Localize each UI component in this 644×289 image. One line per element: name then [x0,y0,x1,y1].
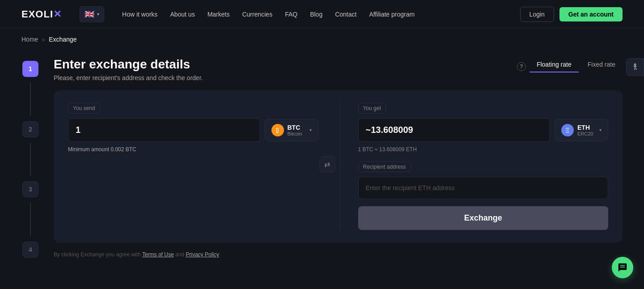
recipient-address-input[interactable] [358,177,609,199]
eth-icon: Ξ [561,124,574,136]
min-amount: Minimum amount 0.002 BTC [68,146,318,153]
nav-affiliate[interactable]: Affiliate program [369,11,415,18]
nav-faq[interactable]: FAQ [285,11,297,18]
privacy-link[interactable]: Privacy Policy [186,251,219,258]
min-amount-value: 0.002 BTC [110,146,136,153]
send-label: You send [68,103,100,114]
step-line-1 [30,82,31,116]
exchange-box: You send ₿ BTC Bitcoin ▾ Minimum amount … [54,90,623,242]
accessibility-icon[interactable] [626,58,644,76]
get-currency-select[interactable]: Ξ ETH ERC20 ▾ [555,119,608,141]
step-line-3 [30,203,31,236]
send-currency-row: ₿ BTC Bitcoin ▾ [68,118,318,142]
min-amount-label: Minimum amount [68,146,109,153]
terms-link[interactable]: Terms of Use [142,251,174,258]
swap-button[interactable]: ⇄ [319,156,335,172]
login-button[interactable]: Login [520,7,554,22]
exchange-section: Enter exchange details Please, enter rec… [54,57,623,258]
breadcrumb-home[interactable]: Home [21,36,38,43]
chevron-down-icon: ▾ [97,12,99,17]
navbar-right: Login Get an account [520,7,623,22]
nav-about-us[interactable]: About us [170,11,195,18]
get-currency-symbol: ETH [577,124,596,131]
nav-contact[interactable]: Contact [335,11,356,18]
main-content: 1 2 3 4 Enter exchange details Please, e… [0,47,644,272]
language-selector[interactable]: 🇬🇧 ▾ [80,6,104,22]
breadcrumb: Home » Exchange [0,29,644,47]
send-currency-select[interactable]: ₿ BTC Bitcoin ▾ [265,119,318,141]
nav-blog[interactable]: Blog [310,11,322,18]
recipient-section: Recipient address [358,162,609,199]
help-icon[interactable]: ? [517,62,526,71]
btc-icon: ₿ [271,124,284,136]
panel-divider [340,103,340,230]
rate-info: 1 BTC ≈ 13.608009 ETH [358,146,609,153]
navbar-left: EXOLI✕ 🇬🇧 ▾ How it works About us Market… [21,6,415,22]
rate-tabs-wrapper: ? Floating rate Fixed rate [517,57,623,72]
rate-tabs: Floating rate Fixed rate [530,57,623,72]
step-2[interactable]: 2 [22,121,38,137]
tab-fixed-rate[interactable]: Fixed rate [580,57,623,72]
svg-point-0 [634,64,636,65]
step-4[interactable]: 4 [22,242,38,258]
step-1[interactable]: 1 [22,61,38,77]
logo: EXOLI✕ [21,8,62,20]
get-account-button[interactable]: Get an account [559,7,623,21]
swap-area: ⇄ [318,156,336,172]
exchange-header: Enter exchange details Please, enter rec… [54,57,623,81]
footer-note: By clicking Exchange you agree with Term… [54,251,623,258]
flag-icon: 🇬🇧 [85,9,94,19]
get-currency-name: ERC20 [577,131,596,136]
get-amount-display: ~13.608009 [358,118,551,142]
exchange-header-left: Enter exchange details Please, enter rec… [54,57,203,81]
breadcrumb-separator: » [42,36,45,43]
get-label: You get [358,103,386,114]
nav-links: How it works About us Markets Currencies… [122,11,415,18]
step-3[interactable]: 3 [22,181,38,197]
send-panel: You send ₿ BTC Bitcoin ▾ Minimum amount … [68,103,318,230]
nav-currencies[interactable]: Currencies [242,11,272,18]
footer-note-prefix: By clicking Exchange you agree with [54,251,142,258]
send-dropdown-arrow: ▾ [309,128,312,132]
exchange-subtitle: Please, enter recipient's address and ch… [54,74,203,81]
step-line-2 [30,143,31,176]
nav-markets[interactable]: Markets [208,11,230,18]
exchange-button[interactable]: Exchange [358,206,609,230]
get-panel: You get ~13.608009 Ξ ETH ERC20 ▾ 1 BTC ≈… [344,103,609,230]
exchange-title: Enter exchange details [54,57,203,72]
footer-and: and [174,251,186,258]
logo-text-prefix: EXOLI [21,8,53,20]
step-sidebar: 1 2 3 4 [21,57,39,258]
tab-floating-rate[interactable]: Floating rate [530,57,579,72]
recipient-label: Recipient address [358,162,411,172]
send-amount-input[interactable] [68,118,260,142]
navbar: EXOLI✕ 🇬🇧 ▾ How it works About us Market… [0,0,644,29]
send-currency-name: Bitcoin [288,131,306,136]
nav-how-it-works[interactable]: How it works [122,11,157,18]
chat-bubble-button[interactable] [612,257,633,278]
breadcrumb-current: Exchange [49,36,76,43]
send-currency-info: BTC Bitcoin [288,124,306,136]
get-currency-info: ETH ERC20 [577,124,596,136]
get-dropdown-arrow: ▾ [599,128,602,132]
get-currency-row: ~13.608009 Ξ ETH ERC20 ▾ [358,118,609,142]
logo-x: ✕ [53,8,62,20]
send-currency-symbol: BTC [288,124,306,131]
